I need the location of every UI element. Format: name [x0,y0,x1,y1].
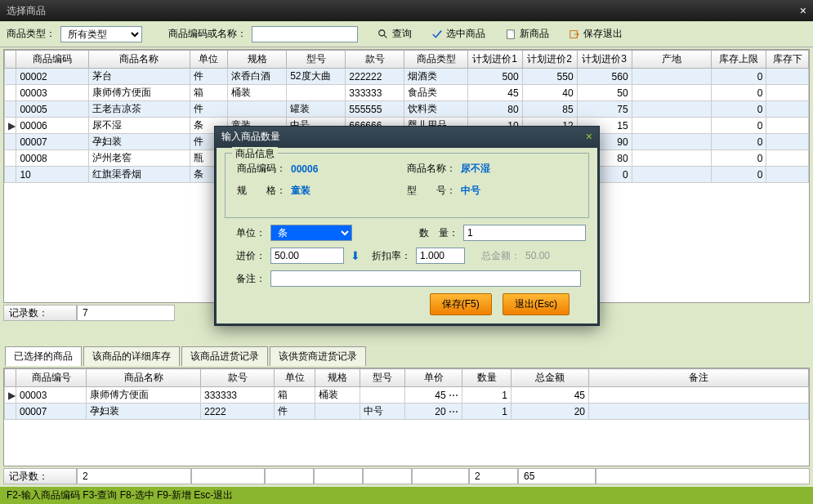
titlebar: 选择商品 × [0,0,813,21]
unit-select[interactable]: 条 [270,225,352,241]
column-header[interactable]: 库存上限 [712,51,766,69]
check-icon [431,29,443,40]
product-info-group: 商品信息 商品编码：00006 商品名称：尿不湿 规 格：童装 型 号：中号 [225,153,589,218]
modal-name: 尿不湿 [461,162,490,176]
unit-label: 单位： [225,226,266,240]
column-header[interactable]: 型号 [360,369,405,387]
status-bar: F2-输入商品编码 F3-查询 F8-选中 F9-新增 Esc-退出 [0,487,813,504]
column-header[interactable]: 单价 [405,369,462,387]
column-header[interactable] [5,369,16,387]
save-exit-button[interactable]: 保存退出 [569,27,623,41]
modal-title: 输入商品数量 [221,130,280,144]
window-title: 选择商品 [7,4,46,18]
price-label: 进价： [225,249,266,263]
remark-label: 备注： [225,272,266,286]
record-count: 7 [77,305,175,321]
modal-code: 00006 [291,163,318,175]
fieldset-legend: 商品信息 [232,147,278,161]
column-header[interactable]: 总金额 [511,369,589,387]
total-label: 总金额： [480,249,520,263]
modal-spec: 童装 [291,184,310,198]
new-product-button[interactable]: 新商品 [505,27,549,41]
quantity-modal: 输入商品数量 × 商品信息 商品编码：00006 商品名称：尿不湿 规 格：童装… [214,126,600,326]
toolbar: 商品类型： 所有类型 商品编码或名称： 查询 选中商品 新商品 保存退出 [0,21,813,47]
column-header[interactable]: 单位 [275,369,315,387]
modal-code-label: 商品编码： [237,162,286,176]
column-header[interactable] [5,51,16,69]
status-text: F2-输入商品编码 F3-查询 F8-选中 F9-新增 Esc-退出 [7,488,233,502]
sum-qty: 2 [469,468,518,484]
save-button[interactable]: 保存(F5) [430,293,492,315]
selected-table[interactable]: 商品编号商品名称款号单位规格型号单价数量总金额备注 ▶00003康师傅方便面33… [4,368,809,420]
column-header[interactable]: 商品名称 [87,369,201,387]
tab-purchase-history[interactable]: 该商品进货记录 [181,346,268,366]
modal-titlebar: 输入商品数量 × [215,127,599,146]
select-product-button[interactable]: 选中商品 [431,27,485,41]
discount-label: 折扣率： [370,249,411,263]
tab-stock-detail[interactable]: 该商品的详细库存 [83,346,180,366]
column-header[interactable]: 商品名称 [89,51,190,69]
query-button[interactable]: 查询 [377,27,412,41]
modal-close-icon[interactable]: × [586,130,592,143]
column-header[interactable]: 商品编码 [16,51,89,69]
record-count-bottom: 2 [77,468,191,484]
tab-selected-products[interactable]: 已选择的商品 [5,346,82,366]
column-header[interactable]: 款号 [346,51,404,69]
table-row[interactable]: 00005王老吉凉茶件罐装555555饮料类8085750 [5,101,809,118]
column-header[interactable]: 计划进价2 [522,51,577,69]
type-label: 商品类型： [7,27,56,41]
column-header[interactable]: 单位 [190,51,227,69]
code-label: 商品编码或名称： [168,27,247,41]
save-exit-icon [569,29,580,40]
svg-point-0 [379,29,385,35]
column-header[interactable]: 数量 [462,369,511,387]
record-bar-bottom: 记录数： 2 2 65 [3,467,810,485]
price-input[interactable] [270,248,344,264]
close-icon[interactable]: × [800,4,806,17]
svg-line-1 [384,35,387,38]
record-label: 记录数： [3,305,77,321]
modal-spec-label: 规 格： [237,184,286,198]
modal-name-label: 商品名称： [407,162,456,176]
remark-input[interactable] [270,270,581,287]
tabs: 已选择的商品 该商品的详细库存 该商品进货记录 该供货商进货记录 [0,346,813,366]
modal-model-label: 型 号： [407,184,456,198]
column-header[interactable]: 计划进价1 [467,51,522,69]
table-row[interactable]: ▶00003康师傅方便面333333箱桶装45 ⋯145 [5,387,809,404]
search-icon [377,29,389,40]
type-select[interactable]: 所有类型 [60,26,142,42]
exit-button[interactable]: 退出(Esc) [503,293,570,315]
search-input[interactable] [252,26,358,42]
column-header[interactable]: 商品编号 [16,369,87,387]
column-header[interactable]: 款号 [201,369,275,387]
column-header[interactable]: 规格 [315,369,360,387]
column-header[interactable]: 备注 [589,369,809,387]
column-header[interactable]: 型号 [287,51,346,69]
qty-input[interactable] [463,225,586,241]
column-header[interactable]: 计划进价3 [577,51,632,69]
total-value: 50.00 [525,250,550,261]
tab-supplier-history[interactable]: 该供货商进货记录 [270,346,366,366]
column-header[interactable]: 产地 [632,51,712,69]
discount-input[interactable] [416,248,465,264]
column-header[interactable]: 商品类型 [404,51,467,69]
document-icon [505,29,516,40]
arrow-down-icon[interactable]: ⬇ [351,249,364,262]
column-header[interactable]: 库存下 [766,51,809,69]
table-row[interactable]: 00007孕妇装2222件中号20 ⋯120 [5,404,809,420]
record-label-bottom: 记录数： [3,468,77,484]
qty-label: 数 量： [409,226,458,240]
modal-model: 中号 [461,184,480,198]
column-header[interactable]: 规格 [228,51,287,69]
sum-total: 65 [518,468,596,484]
table-row[interactable]: 00003康师傅方便面箱桶装333333食品类4540500 [5,85,809,101]
table-row[interactable]: 00002茅台件浓香白酒52度大曲222222烟酒类5005505600 [5,69,809,85]
